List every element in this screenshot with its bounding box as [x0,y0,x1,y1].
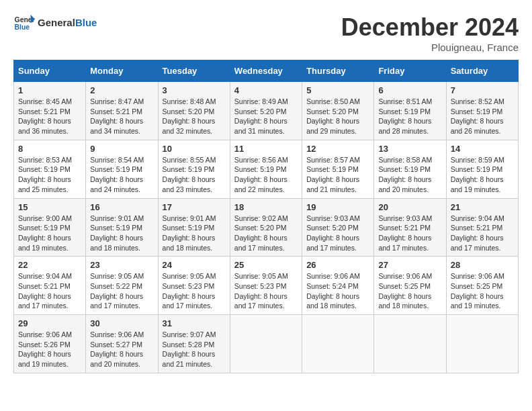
svg-text:Blue: Blue [15,24,30,31]
calendar-cell: 22Sunrise: 9:04 AMSunset: 5:21 PMDayligh… [14,257,86,315]
cell-info: Sunrise: 8:51 AMSunset: 5:19 PMDaylight:… [378,97,441,136]
day-number: 21 [451,202,514,212]
col-friday: Friday [374,60,446,82]
cell-info: Sunrise: 9:02 AMSunset: 5:20 PMDaylight:… [234,214,298,253]
cell-info: Sunrise: 8:47 AMSunset: 5:21 PMDaylight:… [90,97,153,136]
calendar-cell: 13Sunrise: 8:58 AMSunset: 5:19 PMDayligh… [374,140,446,198]
cell-info: Sunrise: 9:03 AMSunset: 5:20 PMDaylight:… [306,214,369,253]
day-number: 23 [90,260,153,270]
logo-blue: Blue [75,17,97,28]
day-number: 13 [378,144,441,154]
day-number: 20 [378,202,441,212]
col-tuesday: Tuesday [158,60,230,82]
calendar-cell [302,315,374,373]
col-saturday: Saturday [446,60,518,82]
calendar-cell [446,315,518,373]
day-number: 26 [306,260,369,270]
day-number: 17 [163,202,226,212]
cell-info: Sunrise: 9:01 AMSunset: 5:19 PMDaylight:… [163,214,226,253]
day-number: 8 [18,144,81,154]
calendar-cell: 7Sunrise: 8:52 AMSunset: 5:19 PMDaylight… [446,82,518,140]
cell-info: Sunrise: 8:48 AMSunset: 5:20 PMDaylight:… [163,97,226,136]
cell-info: Sunrise: 9:06 AMSunset: 5:25 PMDaylight:… [378,271,441,311]
day-number: 24 [163,260,226,270]
cell-info: Sunrise: 9:04 AMSunset: 5:21 PMDaylight:… [451,214,514,253]
logo-icon: General Blue [13,13,35,32]
cell-info: Sunrise: 9:07 AMSunset: 5:28 PMDaylight:… [163,330,226,369]
cell-info: Sunrise: 8:57 AMSunset: 5:19 PMDaylight:… [306,155,369,195]
cell-info: Sunrise: 8:50 AMSunset: 5:20 PMDaylight:… [306,97,369,136]
cell-info: Sunrise: 8:58 AMSunset: 5:19 PMDaylight:… [378,155,441,195]
calendar-cell: 27Sunrise: 9:06 AMSunset: 5:25 PMDayligh… [374,257,446,315]
day-number: 12 [306,144,369,154]
calendar-cell: 20Sunrise: 9:03 AMSunset: 5:21 PMDayligh… [374,198,446,257]
calendar-cell: 29Sunrise: 9:06 AMSunset: 5:26 PMDayligh… [14,315,86,373]
calendar-week-row: 8Sunrise: 8:53 AMSunset: 5:19 PMDaylight… [14,140,519,198]
day-number: 4 [234,85,298,95]
day-number: 25 [234,260,298,270]
calendar-cell: 14Sunrise: 8:59 AMSunset: 5:19 PMDayligh… [446,140,518,198]
cell-info: Sunrise: 8:55 AMSunset: 5:19 PMDaylight:… [163,155,226,195]
cell-info: Sunrise: 9:06 AMSunset: 5:24 PMDaylight:… [306,271,369,311]
day-number: 10 [163,144,226,154]
header-row: Sunday Monday Tuesday Wednesday Thursday… [14,60,519,82]
calendar-week-row: 1Sunrise: 8:45 AMSunset: 5:21 PMDaylight… [14,82,519,140]
day-number: 19 [306,202,369,212]
calendar-cell: 16Sunrise: 9:01 AMSunset: 5:19 PMDayligh… [86,198,158,257]
day-number: 15 [18,202,81,212]
col-wednesday: Wednesday [230,60,302,82]
calendar-cell [230,315,302,373]
logo-general: General [38,17,75,28]
calendar-cell: 11Sunrise: 8:56 AMSunset: 5:19 PMDayligh… [230,140,302,198]
calendar-cell: 30Sunrise: 9:06 AMSunset: 5:27 PMDayligh… [86,315,158,373]
calendar-cell [374,315,446,373]
day-number: 7 [451,85,514,95]
calendar-cell: 28Sunrise: 9:06 AMSunset: 5:25 PMDayligh… [446,257,518,315]
calendar-week-row: 29Sunrise: 9:06 AMSunset: 5:26 PMDayligh… [14,315,519,373]
title-area: December 2024 Plouigneau, France [341,13,519,53]
cell-info: Sunrise: 8:59 AMSunset: 5:19 PMDaylight:… [451,155,514,195]
cell-info: Sunrise: 8:52 AMSunset: 5:19 PMDaylight:… [451,97,514,136]
cell-info: Sunrise: 9:06 AMSunset: 5:26 PMDaylight:… [18,330,81,369]
cell-info: Sunrise: 8:45 AMSunset: 5:21 PMDaylight:… [18,97,81,136]
day-number: 18 [234,202,298,212]
calendar-cell: 19Sunrise: 9:03 AMSunset: 5:20 PMDayligh… [302,198,374,257]
calendar-cell: 23Sunrise: 9:05 AMSunset: 5:22 PMDayligh… [86,257,158,315]
cell-info: Sunrise: 9:05 AMSunset: 5:23 PMDaylight:… [163,271,226,311]
day-number: 16 [90,202,153,212]
calendar-cell: 24Sunrise: 9:05 AMSunset: 5:23 PMDayligh… [158,257,230,315]
cell-info: Sunrise: 8:49 AMSunset: 5:20 PMDaylight:… [234,97,298,136]
calendar-cell: 21Sunrise: 9:04 AMSunset: 5:21 PMDayligh… [446,198,518,257]
calendar-cell: 6Sunrise: 8:51 AMSunset: 5:19 PMDaylight… [374,82,446,140]
cell-info: Sunrise: 9:06 AMSunset: 5:25 PMDaylight:… [451,271,514,311]
cell-info: Sunrise: 9:05 AMSunset: 5:22 PMDaylight:… [90,271,153,311]
location: Plouigneau, France [341,42,519,53]
calendar-cell: 15Sunrise: 9:00 AMSunset: 5:19 PMDayligh… [14,198,86,257]
col-thursday: Thursday [302,60,374,82]
day-number: 5 [306,85,369,95]
calendar-cell: 17Sunrise: 9:01 AMSunset: 5:19 PMDayligh… [158,198,230,257]
calendar-cell: 10Sunrise: 8:55 AMSunset: 5:19 PMDayligh… [158,140,230,198]
calendar-cell: 18Sunrise: 9:02 AMSunset: 5:20 PMDayligh… [230,198,302,257]
day-number: 22 [18,260,81,270]
calendar-cell: 5Sunrise: 8:50 AMSunset: 5:20 PMDaylight… [302,82,374,140]
col-sunday: Sunday [14,60,86,82]
month-title: December 2024 [341,13,519,42]
day-number: 6 [378,85,441,95]
calendar-cell: 3Sunrise: 8:48 AMSunset: 5:20 PMDaylight… [158,82,230,140]
calendar-table: Sunday Monday Tuesday Wednesday Thursday… [13,60,519,373]
cell-info: Sunrise: 8:53 AMSunset: 5:19 PMDaylight:… [18,155,81,195]
cell-info: Sunrise: 9:00 AMSunset: 5:19 PMDaylight:… [18,214,81,253]
calendar-cell: 4Sunrise: 8:49 AMSunset: 5:20 PMDaylight… [230,82,302,140]
day-number: 27 [378,260,441,270]
calendar-cell: 31Sunrise: 9:07 AMSunset: 5:28 PMDayligh… [158,315,230,373]
calendar-week-row: 15Sunrise: 9:00 AMSunset: 5:19 PMDayligh… [14,198,519,257]
calendar-week-row: 22Sunrise: 9:04 AMSunset: 5:21 PMDayligh… [14,257,519,315]
day-number: 3 [163,85,226,95]
cell-info: Sunrise: 8:54 AMSunset: 5:19 PMDaylight:… [90,155,153,195]
day-number: 11 [234,144,298,154]
calendar-cell: 12Sunrise: 8:57 AMSunset: 5:19 PMDayligh… [302,140,374,198]
day-number: 14 [451,144,514,154]
cell-info: Sunrise: 9:06 AMSunset: 5:27 PMDaylight:… [90,330,153,369]
day-number: 2 [90,85,153,95]
